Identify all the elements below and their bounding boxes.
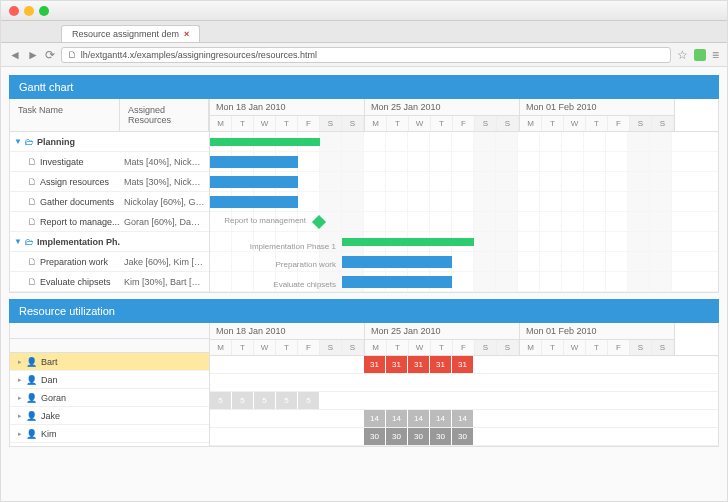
gantt-bar[interactable]: Preparation work <box>342 256 452 268</box>
resource-row[interactable]: ▸👤Dan <box>10 371 209 389</box>
menu-icon[interactable]: ≡ <box>712 48 719 62</box>
day-cell: T <box>542 116 564 131</box>
day-cell: S <box>630 116 652 131</box>
col-resources[interactable]: Assigned Resources <box>120 99 209 131</box>
util-cell <box>496 374 518 391</box>
gantt-row[interactable]: Evaluate chipsets <box>210 272 718 292</box>
gantt-row[interactable] <box>210 152 718 172</box>
gantt-row[interactable]: Report to management <box>210 212 718 232</box>
expand-icon[interactable]: ▸ <box>18 430 22 438</box>
util-panel-header: Resource utilization <box>9 299 719 323</box>
gantt-bar[interactable] <box>210 138 320 146</box>
util-cell <box>540 356 562 373</box>
task-row[interactable]: 🗋Evaluate chipsetsKim [30%], Bart [50... <box>10 272 209 292</box>
gantt-bar[interactable] <box>210 196 298 208</box>
util-cell <box>254 374 276 391</box>
expand-icon[interactable]: ▼ <box>14 137 22 146</box>
util-cell <box>518 410 540 427</box>
bar-label: Report to management <box>224 216 314 225</box>
resource-row[interactable]: ▸👤Bart <box>10 353 209 371</box>
url-input[interactable]: 🗋 lh/extgantt4.x/examples/assigningresou… <box>61 47 671 63</box>
util-cell <box>650 410 672 427</box>
day-cell: W <box>409 340 431 355</box>
util-cell <box>584 356 606 373</box>
document-icon: 🗋 <box>28 217 37 227</box>
util-cells-row: 3030303030 <box>210 428 718 446</box>
day-cell: T <box>431 340 453 355</box>
timeline-header: Mon 18 Jan 2010MTWTFSSMon 25 Jan 2010MTW… <box>210 99 718 132</box>
gantt-row[interactable]: Implementation Phase 1 <box>210 232 718 252</box>
util-cell <box>452 374 474 391</box>
gantt-row[interactable] <box>210 132 718 152</box>
expand-icon[interactable]: ▸ <box>18 358 22 366</box>
util-cell <box>606 428 628 445</box>
week-group: Mon 18 Jan 2010MTWTFSS <box>210 99 365 131</box>
util-cell <box>298 374 320 391</box>
util-cell <box>540 410 562 427</box>
maximize-icon[interactable] <box>39 6 49 16</box>
bar-label: Evaluate chipsets <box>273 280 336 289</box>
util-cell <box>496 428 518 445</box>
util-cell <box>540 428 562 445</box>
day-cell: T <box>542 340 564 355</box>
day-cell: S <box>630 340 652 355</box>
browser-tab[interactable]: Resource assignment dem × <box>61 25 200 42</box>
task-row[interactable]: 🗋Assign resourcesMats [30%], Nickolay ..… <box>10 172 209 192</box>
task-row[interactable]: ▼🗁Implementation Ph... <box>10 232 209 252</box>
expand-icon[interactable]: ▸ <box>18 376 22 384</box>
gantt-row[interactable] <box>210 172 718 192</box>
gantt-bar[interactable] <box>210 176 298 188</box>
resource-row[interactable]: ▸👤Kim <box>10 425 209 443</box>
day-cell: T <box>276 340 298 355</box>
expand-icon[interactable]: ▼ <box>14 237 22 246</box>
close-icon[interactable] <box>9 6 19 16</box>
util-cell: 31 <box>386 356 408 373</box>
util-cell <box>606 392 628 409</box>
util-cell <box>584 410 606 427</box>
util-cell: 31 <box>408 356 430 373</box>
util-cell <box>562 374 584 391</box>
col-task-name[interactable]: Task Name <box>10 99 120 131</box>
util-cell <box>628 392 650 409</box>
day-cell: S <box>342 116 364 131</box>
util-cell <box>562 428 584 445</box>
task-resources-cell: Nickolay [60%], Gora... <box>120 197 209 207</box>
task-row[interactable]: ▼🗁Planning <box>10 132 209 152</box>
tab-close-icon[interactable]: × <box>184 29 189 39</box>
day-cell: W <box>254 340 276 355</box>
minimize-icon[interactable] <box>24 6 34 16</box>
resource-row[interactable]: ▸👤Goran <box>10 389 209 407</box>
gantt-area[interactable]: Report to managementImplementation Phase… <box>210 132 718 292</box>
gantt-row[interactable]: Preparation work <box>210 252 718 272</box>
util-cell <box>342 392 364 409</box>
star-icon[interactable]: ☆ <box>677 48 688 62</box>
back-icon[interactable]: ◄ <box>9 48 21 62</box>
gantt-bar[interactable] <box>210 156 298 168</box>
task-row[interactable]: 🗋Preparation workJake [60%], Kim [50%... <box>10 252 209 272</box>
titlebar <box>1 1 727 21</box>
util-cell <box>474 356 496 373</box>
expand-icon[interactable]: ▸ <box>18 412 22 420</box>
person-icon: 👤 <box>26 375 37 385</box>
gantt-row[interactable] <box>210 192 718 212</box>
day-cell: F <box>453 340 475 355</box>
reload-icon[interactable]: ⟳ <box>45 48 55 62</box>
gantt-bar[interactable]: Implementation Phase 1 <box>342 238 474 246</box>
resource-row[interactable]: ▸👤Jake <box>10 407 209 425</box>
browser-window: Resource assignment dem × ◄ ► ⟳ 🗋 lh/ext… <box>0 0 728 502</box>
task-row[interactable]: 🗋InvestigateMats [40%], Nickolay ... <box>10 152 209 172</box>
day-cell: F <box>608 340 630 355</box>
gantt-bar[interactable]: Evaluate chipsets <box>342 276 452 288</box>
util-cell: 30 <box>452 428 474 445</box>
task-row[interactable]: 🗋Gather documentsNickolay [60%], Gora... <box>10 192 209 212</box>
expand-icon[interactable]: ▸ <box>18 394 22 402</box>
util-cell: 14 <box>386 410 408 427</box>
extension-icon[interactable] <box>694 49 706 61</box>
task-row[interactable]: 🗋Report to manage...Goran [60%], Dan [3.… <box>10 212 209 232</box>
folder-icon: 🗁 <box>25 237 34 247</box>
forward-icon[interactable]: ► <box>27 48 39 62</box>
milestone-icon[interactable] <box>312 215 326 229</box>
day-cell: M <box>365 116 387 131</box>
traffic-lights <box>9 6 49 16</box>
task-name-cell: ▼🗁Planning <box>10 137 120 147</box>
